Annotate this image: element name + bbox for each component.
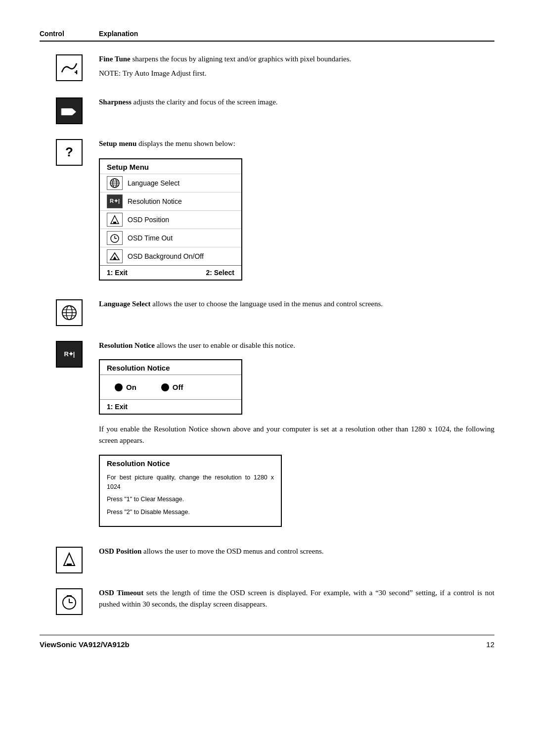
- section-sharpness: Sharpness adjusts the clarity and focus …: [40, 96, 494, 124]
- section-setup-menu: ? Setup menu displays the menu shown bel…: [40, 138, 494, 284]
- menu-mountain-icon: [107, 249, 123, 263]
- page-footer: ViewSonic VA912/VA912b 12: [40, 635, 494, 649]
- setup-menu-title: Setup Menu: [100, 159, 241, 174]
- menu-item-osd-bg: OSD Background On/Off: [100, 247, 241, 265]
- rn-option-off: Off: [161, 383, 183, 391]
- resolution-notice-bold: Resolution Notice: [99, 341, 155, 349]
- resolution-notice-box: Resolution Notice On Off 1: Exit: [99, 359, 242, 415]
- rn2-line2: Press "1" to Clear Message.: [107, 495, 274, 504]
- radio-on-dot: [115, 383, 123, 391]
- fine-tune-icon: [56, 54, 83, 81]
- osd-position-text: OSD Position allows the user to move the…: [99, 546, 494, 560]
- menu-language-label: Language Select: [128, 179, 179, 187]
- resolution-notice-description: Resolution Notice allows the user to ena…: [99, 340, 494, 351]
- menu-globe-icon: [107, 176, 123, 190]
- rn-on-label: On: [126, 383, 136, 391]
- resolution-icon-cell: R✦|: [40, 340, 99, 368]
- menu-item-language: Language Select: [100, 174, 241, 192]
- menu-osd-bg-label: OSD Background On/Off: [128, 252, 204, 260]
- resolution-notice-box2: Resolution Notice For best picture quali…: [99, 455, 282, 527]
- menu-item-resolution: R✦| Resolution Notice: [100, 192, 241, 210]
- globe-icon: [56, 299, 83, 326]
- rn-options: On Off: [100, 375, 241, 400]
- fine-tune-description: Fine Tune sharpens the focus by aligning…: [99, 53, 494, 65]
- osd-position-bold: OSD Position: [99, 547, 141, 555]
- rn2-line1: For best picture quality, change the res…: [107, 473, 274, 492]
- header-control: Control: [40, 30, 99, 38]
- sharpness-icon-cell: [40, 96, 99, 124]
- osd-position-description: OSD Position allows the user to move the…: [99, 546, 494, 557]
- osd-position-icon-cell: [40, 546, 99, 573]
- setup-menu-description: Setup menu displays the menu shown below…: [99, 138, 494, 149]
- menu-footer-exit: 1: Exit: [107, 269, 128, 277]
- fine-tune-bold: Fine Tune: [99, 55, 131, 63]
- language-select-bold: Language Select: [99, 300, 151, 308]
- rn-footer: 1: Exit: [100, 400, 241, 414]
- sharpness-bold: Sharpness: [99, 98, 132, 106]
- osd-timeout-text: OSD Timeout sets the length of time the …: [99, 587, 494, 614]
- resolution-notice-para: If you enable the Resolution Notice show…: [99, 424, 494, 447]
- sharpness-description: Sharpness adjusts the clarity and focus …: [99, 96, 494, 108]
- rn-title: Resolution Notice: [100, 360, 241, 375]
- menu-osd-position-label: OSD Position: [128, 216, 169, 224]
- language-select-text: Language Select allows the user to choos…: [99, 298, 494, 313]
- menu-footer-select: 2: Select: [206, 269, 234, 277]
- rn2-body: For best picture quality, change the res…: [100, 470, 281, 526]
- res-icon: R✦|: [56, 341, 83, 368]
- brand-name: ViewSonic: [40, 640, 77, 649]
- fine-tune-icon-cell: [40, 53, 99, 81]
- svg-rect-11: [113, 222, 116, 224]
- radio-off-dot: [161, 383, 169, 391]
- clock-icon: [56, 588, 83, 615]
- language-icon-cell: [40, 298, 99, 326]
- setup-menu-text: Setup menu displays the menu shown below…: [99, 138, 494, 284]
- osd-timeout-icon-cell: [40, 587, 99, 615]
- rn2-title: Resolution Notice: [100, 456, 281, 470]
- section-language-select: Language Select allows the user to choos…: [40, 298, 494, 326]
- setup-menu-box: Setup Menu Language Select R✦| Resol: [99, 158, 242, 281]
- setup-menu-bold: Setup menu: [99, 140, 136, 147]
- osd-position-icon: [56, 547, 83, 573]
- menu-triangle-icon: [107, 213, 123, 227]
- svg-rect-2: [61, 108, 72, 115]
- header-explanation: Explanation: [99, 30, 138, 38]
- menu-item-osd-position: OSD Position: [100, 210, 241, 229]
- section-resolution-notice: R✦| Resolution Notice allows the user to…: [40, 340, 494, 532]
- language-select-description: Language Select allows the user to choos…: [99, 298, 494, 310]
- svg-marker-16: [113, 256, 117, 260]
- sharpness-text: Sharpness adjusts the clarity and focus …: [99, 96, 494, 111]
- sharpness-icon: [56, 97, 83, 124]
- section-fine-tune: Fine Tune sharpens the focus by aligning…: [40, 53, 494, 83]
- menu-item-osd-timeout: OSD Time Out: [100, 229, 241, 247]
- resolution-notice-text: Resolution Notice allows the user to ena…: [99, 340, 494, 532]
- menu-res-icon: R✦|: [107, 194, 123, 208]
- menu-osd-timeout-label: OSD Time Out: [128, 234, 173, 242]
- osd-timeout-description: OSD Timeout sets the length of time the …: [99, 587, 494, 611]
- section-osd-position: OSD Position allows the user to move the…: [40, 546, 494, 573]
- rn2-line3: Press "2" to Disable Message.: [107, 508, 274, 517]
- menu-resolution-label: Resolution Notice: [128, 197, 182, 205]
- question-icon: ?: [56, 139, 83, 166]
- footer-brand: ViewSonic VA912/VA912b: [40, 640, 130, 649]
- osd-timeout-bold: OSD Timeout: [99, 589, 143, 597]
- menu-clock-icon: [107, 231, 123, 245]
- model-name: VA912/VA912b: [79, 640, 130, 649]
- footer-page: 12: [486, 640, 494, 649]
- fine-tune-text: Fine Tune sharpens the focus by aligning…: [99, 53, 494, 83]
- rn-option-on: On: [115, 383, 136, 391]
- rn-off-label: Off: [173, 383, 183, 391]
- fine-tune-note: NOTE: Try Auto Image Adjust first.: [99, 68, 494, 79]
- svg-marker-3: [72, 108, 76, 115]
- setup-menu-icon-cell: ?: [40, 138, 99, 166]
- menu-footer: 1: Exit 2: Select: [100, 265, 241, 280]
- table-header: Control Explanation: [40, 30, 494, 42]
- section-osd-timeout: OSD Timeout sets the length of time the …: [40, 587, 494, 615]
- svg-rect-23: [67, 564, 72, 566]
